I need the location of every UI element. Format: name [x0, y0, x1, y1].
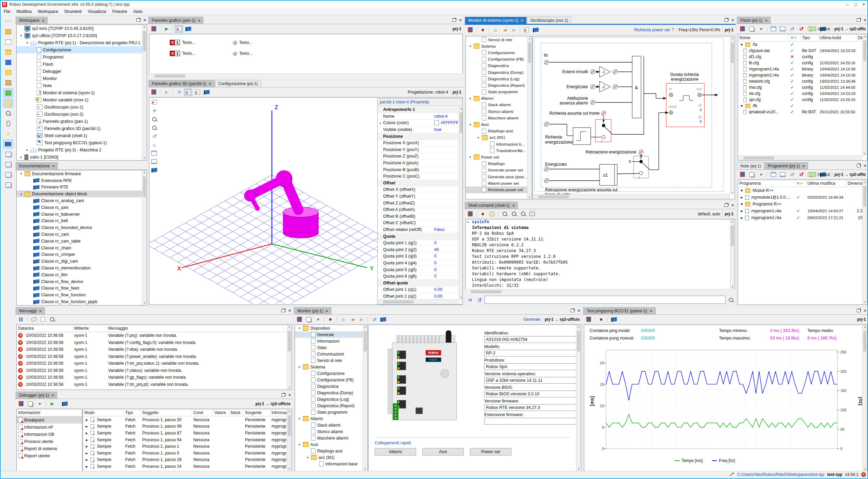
close-panel-icon[interactable] — [459, 18, 462, 22]
sync-icon[interactable] — [788, 25, 796, 33]
property-row[interactable]: Offset B (offsetB) — [378, 213, 459, 220]
expander-icon[interactable] — [739, 56, 742, 57]
chart-icon[interactable] — [522, 26, 530, 34]
tree-item[interactable]: Configurazione — [17, 46, 147, 53]
toolbar-icon[interactable] — [3, 48, 13, 56]
axes-icon[interactable] — [150, 149, 158, 157]
expander-icon[interactable] — [739, 87, 742, 88]
float-panel-icon[interactable] — [136, 18, 140, 22]
scrollbar[interactable]: ∧∨ — [730, 36, 735, 195]
scrollbar[interactable]: ∧∨ — [142, 170, 147, 305]
property-row[interactable]: Quota joint 5 (qj5) 0 — [378, 266, 459, 273]
console-icon[interactable] — [528, 210, 536, 218]
properties-icon[interactable] — [150, 25, 158, 33]
tab-graphic-panel[interactable]: Pannello grafico (pan-1) — [148, 17, 203, 24]
list-item[interactable]: Breakpoint — [17, 416, 82, 424]
rotate-icon[interactable] — [150, 132, 158, 140]
property-row[interactable]: Offset X (offsetX) — [378, 186, 459, 193]
maximize-button[interactable]: ▢ — [854, 2, 857, 7]
toolbar-icon[interactable] — [3, 160, 13, 169]
property-row[interactable]: Quota joint 1 (qj1) 0 — [378, 240, 459, 247]
tab-oscilloscope[interactable]: Oscilloscopio (osc-1) — [527, 17, 571, 24]
tree-item[interactable]: Storico allarmi — [466, 108, 532, 115]
property-row[interactable]: Offset relativi (relOff) Falso — [378, 227, 459, 233]
tree-item[interactable]: Riepilogo — [466, 161, 532, 167]
zoom-out-icon[interactable] — [150, 124, 158, 131]
scrollbar[interactable]: ∧∨ — [862, 180, 867, 304]
field-value[interactable]: Robox BIOS versione 3.0.10 — [484, 391, 579, 397]
breakpoint-row[interactable]: ▸Sempre Fetch Processo 1, passo 87 Nessu… — [83, 430, 292, 436]
forward-icon[interactable] — [357, 316, 365, 323]
flash-row[interactable]: ▾ /fb ✓ — [738, 103, 867, 109]
float-panel-icon[interactable] — [571, 309, 574, 312]
toolbar-icon[interactable] — [3, 150, 13, 159]
tree-item[interactable]: Servizi di rete — [295, 357, 367, 364]
tree-item[interactable]: Debugger — [17, 68, 147, 75]
properties-icon[interactable] — [295, 316, 304, 323]
history-icon[interactable] — [475, 296, 483, 303]
tree-item[interactable]: Stato — [295, 344, 367, 351]
tree-item[interactable]: Informazioni — [295, 338, 367, 344]
toolbar-icon[interactable] — [3, 78, 13, 87]
expander-icon[interactable]: ▾ — [739, 42, 744, 47]
quick-link-button[interactable]: Allarmi — [375, 448, 416, 456]
list-item[interactable]: Report di sistema — [17, 445, 82, 452]
expander-icon[interactable]: ▸ — [84, 450, 89, 456]
tree-item[interactable]: ▾ Assi — [466, 121, 532, 128]
tree-item[interactable]: Comunicazioni — [295, 351, 367, 357]
flash-row[interactable]: xpl.cfg ✓ config 11/02/2021 14:29:16 — [738, 97, 867, 103]
field-value[interactable]: OSF a 32bit versione 14.11.11 — [484, 377, 579, 384]
h-scrollbar[interactable] — [378, 299, 459, 304]
dropdown-icon[interactable] — [757, 171, 765, 178]
toolbar-icon[interactable] — [3, 109, 13, 118]
toolbar-icon[interactable] — [3, 139, 13, 148]
col-header[interactable]: Ultima build — [818, 34, 856, 41]
float-panel-icon[interactable] — [281, 309, 285, 312]
run-icon[interactable] — [162, 25, 170, 33]
col-header[interactable]: Nome — [738, 34, 789, 41]
current-page-link[interactable]: Richiesta power set — [634, 28, 670, 32]
toolbar-icon[interactable] — [3, 17, 13, 26]
property-row[interactable]: Offset A (offsetA) — [378, 207, 459, 213]
tab-system-monitor[interactable]: Monitor di sistema (sysm-1) — [465, 17, 527, 24]
tree-item[interactable]: Classe rc_cam — [17, 231, 147, 238]
tree-item[interactable]: Pannello grafico (pan-1) — [17, 118, 147, 125]
scrollbar[interactable]: ∧∨ — [287, 325, 292, 390]
property-row[interactable]: Quota joint 2 (qj2) 45 — [378, 246, 459, 253]
help-book-icon[interactable] — [61, 400, 69, 408]
property-value[interactable]: robot-4 — [434, 114, 447, 119]
property-row[interactable]: Offset joint 2 (oj2) 0.00 — [378, 293, 459, 300]
expander-icon[interactable]: ▾ — [477, 136, 480, 139]
flash-row[interactable]: rhw.cfg ✓ config 11/02/2021 14:44:00 — [738, 84, 867, 90]
tree-item[interactable]: Monitor variabili (mon-1) — [17, 96, 147, 103]
tree-item[interactable]: Informazioni b... — [466, 141, 532, 147]
tree-item[interactable]: Stack allarmi — [295, 422, 367, 428]
flash-row[interactable]: ▾ /fa ✓ — [738, 42, 867, 48]
message-row[interactable]: 10/03/2022 10:36:58 sysm-1 Variabile (?.… — [17, 367, 292, 374]
tab-flash[interactable]: Flash (prj-1) — [737, 17, 771, 24]
col-header[interactable]: Ultima modifica — [806, 180, 846, 187]
float-panel-icon[interactable] — [857, 164, 861, 167]
field-value[interactable] — [484, 418, 579, 425]
property-value[interactable]: #FFFFFF — [441, 120, 458, 125]
expander-icon[interactable] — [739, 81, 742, 82]
back-icon[interactable] — [348, 316, 356, 323]
tree-item[interactable]: Riepilogo assi — [295, 448, 367, 454]
col-header[interactable]: Valore — [213, 409, 229, 416]
tab-documentation[interactable]: Documentazione — [16, 162, 58, 169]
flash-row[interactable]: fb.cfg ✓ config 11/02/2021 14:29:16 — [738, 60, 867, 66]
tree-item[interactable]: Diagnostica (Dump) — [466, 69, 532, 76]
tree-item[interactable]: ▾ ax1 (M1) — [295, 454, 367, 461]
col-header[interactable]: Tipo — [801, 34, 818, 41]
tree-item[interactable]: ▾ Power set — [466, 154, 532, 160]
col-header[interactable]: Data/ora — [17, 325, 73, 332]
shell-command-input[interactable] — [485, 296, 725, 304]
h-scrollbar[interactable] — [738, 155, 863, 160]
tree-item[interactable]: Generale asse (pow... — [466, 174, 532, 180]
page-icon[interactable] — [39, 316, 47, 323]
flash-row[interactable]: myprogram2.r4a ✓ binary 19/04/2021 14:10… — [738, 72, 867, 78]
build-icon[interactable] — [779, 25, 787, 33]
tree-item[interactable]: Storico allarmi — [295, 428, 367, 435]
toolbar-icon[interactable] — [3, 68, 13, 77]
minimize-button[interactable]: — — [845, 2, 849, 6]
